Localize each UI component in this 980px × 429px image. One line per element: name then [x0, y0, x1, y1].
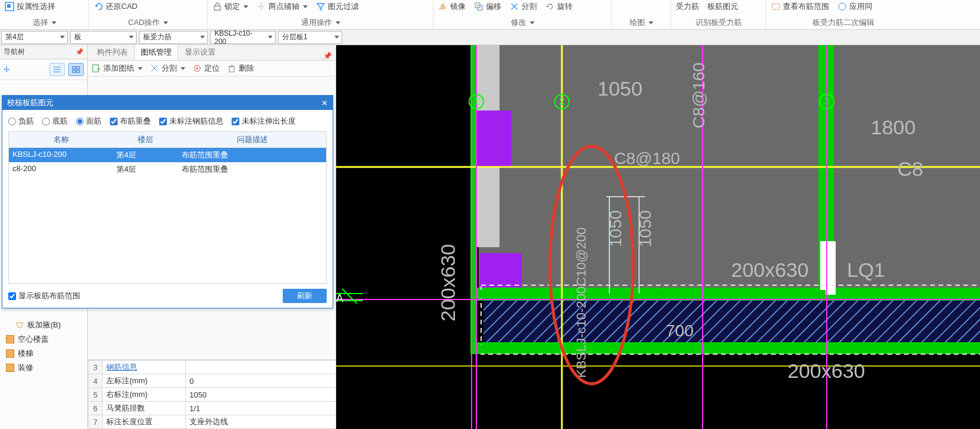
expand-toggle[interactable]: ✢ [4, 65, 10, 74]
svg-rect-48 [655, 290, 663, 298]
nav-item[interactable]: 楼梯 [0, 346, 87, 361]
view-grid-icon[interactable] [68, 63, 84, 76]
close-icon[interactable]: ✕ [321, 99, 328, 108]
prop-row[interactable]: 3钢筋信息 [88, 361, 336, 374]
split-icon [510, 2, 519, 11]
refresh-button[interactable]: 刷新 [283, 289, 327, 303]
svg-rect-12 [72, 67, 75, 69]
undo-icon [94, 2, 103, 11]
btn-split[interactable]: 分割 [510, 1, 537, 12]
table-row[interactable]: KBSLJ-c10-200 第4层 布筋范围重叠 [9, 148, 326, 162]
folder-icon [6, 349, 14, 358]
btn-lock[interactable]: 锁定 [213, 1, 248, 12]
radio-neg[interactable]: 负筋 [8, 116, 34, 127]
nav-item[interactable]: 空心楼盖 [0, 332, 87, 346]
svg-rect-27 [476, 111, 511, 167]
svg-point-19 [197, 68, 198, 70]
svg-point-8 [839, 3, 846, 10]
rotate-icon [545, 2, 555, 11]
chk-noext[interactable]: 未标注伸出长度 [232, 116, 296, 127]
tab-components[interactable]: 构件列表 [90, 44, 134, 60]
prop-row[interactable]: 5右标注(mm)1050 [88, 388, 336, 402]
radio-btm[interactable]: 底筋 [42, 116, 68, 127]
label-kbslj: KBSLJ-c10-200C10@200 [574, 228, 589, 378]
col-name[interactable]: 名称 [9, 132, 113, 147]
pin-icon[interactable]: 📌 [320, 52, 336, 60]
prop-row[interactable]: 7标注长度位置支座外边线 [88, 415, 336, 429]
prop-row[interactable]: 4左标注(mm)0 [88, 374, 336, 388]
btn-mirror[interactable]: 镜像 [438, 1, 466, 12]
funnel-icon [316, 2, 325, 11]
axis-A: A [336, 292, 343, 304]
dd-floor[interactable]: 第4层 [1, 31, 68, 44]
btn-select-by-prop[interactable]: 按属性选择 [5, 1, 55, 12]
range-icon [771, 2, 780, 11]
svg-rect-15 [77, 70, 80, 72]
dd-layer[interactable]: 分层板1 [278, 31, 342, 44]
svg-rect-49 [817, 290, 826, 298]
svg-line-46 [342, 289, 357, 304]
tb-add-drawing[interactable]: +添加图纸 [91, 63, 143, 74]
context-dropdowns: 第4层 板 板受力筋 KBSLJ-c10-200 分层板1 [0, 30, 980, 45]
tb-locate[interactable]: 定位 [192, 63, 220, 74]
property-grid: 3钢筋信息 4左标注(mm)0 5右标注(mm)1050 6马凳筋排数1/1 7… [88, 359, 336, 429]
btn-view-range[interactable]: 查看布筋范围 [771, 1, 829, 12]
btn-apply-same[interactable]: 应用同 [837, 1, 872, 12]
btn-two-point-axis[interactable]: 两点辅轴 [257, 1, 308, 12]
chk-overlap[interactable]: 布筋重叠 [110, 116, 151, 127]
svg-rect-30 [473, 342, 980, 354]
dialog-title: 校核板筋图元 [7, 97, 53, 108]
folder-icon [6, 335, 14, 343]
svg-rect-20 [229, 67, 234, 72]
table-row[interactable]: c8-200 第4层 布筋范围重叠 [9, 162, 326, 176]
nav-item[interactable]: 板加腋(B) [0, 318, 87, 332]
dd-item[interactable]: KBSLJ-c10-200 [210, 31, 276, 44]
list-icon [53, 66, 61, 73]
svg-rect-28 [480, 253, 521, 289]
nav-item[interactable]: 装修 [0, 361, 87, 375]
svg-rect-13 [77, 67, 80, 69]
dd-category[interactable]: 板 [70, 31, 137, 44]
delete-icon [227, 64, 236, 73]
chk-show-range[interactable]: 显示板筋布筋范围 [8, 291, 80, 301]
view-list-icon[interactable] [49, 63, 65, 76]
check-rebar-dialog: 校核板筋图元 ✕ 负筋 底筋 面筋 布筋重叠 未标注钢筋信息 未标注伸出长度 名… [2, 95, 333, 308]
tab-display[interactable]: 显示设置 [178, 44, 222, 60]
tabs: 构件列表 图纸管理 显示设置 📌 [88, 45, 336, 61]
radio-top[interactable]: 面筋 [76, 116, 102, 127]
btn-rotate[interactable]: 旋转 [545, 1, 573, 12]
prop-row[interactable]: 6马凳筋排数1/1 [88, 402, 336, 415]
dim-1050b: 1050 [636, 210, 655, 247]
dim-1800: 1800 [871, 116, 916, 138]
btn-filter[interactable]: 图元过滤 [316, 1, 359, 12]
col-desc[interactable]: 问题描述 [178, 132, 326, 147]
btn-force-rebar[interactable]: 受力筋 [676, 1, 699, 12]
pin-icon[interactable]: 📌 [75, 48, 84, 56]
tb-delete[interactable]: 删除 [227, 63, 254, 74]
locate-icon [192, 64, 202, 73]
apply-icon [837, 2, 847, 11]
label-lq1: LQ1 [847, 258, 885, 281]
lock-icon [213, 2, 222, 11]
svg-rect-50 [479, 345, 487, 354]
dd-type[interactable]: 板受力筋 [139, 31, 208, 44]
drawing-toolbar: +添加图纸 分割 定位 删除 [88, 61, 336, 77]
cad-canvas[interactable]: 1050 1050 1 2 3 〈 A C8@180 C8@160 200x63… [336, 45, 980, 429]
svg-rect-2 [214, 6, 220, 10]
nav-header: 导航树📌 [0, 45, 87, 59]
ribbon: 按属性选择 选择 还原CAD CAD操作 锁定 两点辅轴 图元过滤 通用操作 镜… [0, 0, 980, 30]
label-c8-180: C8@180 [614, 149, 680, 168]
btn-offset[interactable]: 偏移 [474, 1, 501, 12]
chk-nosteel[interactable]: 未标注钢筋信息 [159, 116, 223, 127]
tab-drawing-mgmt[interactable]: 图纸管理 [134, 44, 178, 60]
svg-rect-29 [473, 288, 980, 301]
grid-icon [72, 66, 80, 73]
axis-icon [257, 2, 266, 11]
axis-3: 3 [824, 96, 830, 106]
col-floor[interactable]: 楼层 [113, 132, 178, 147]
btn-slab-rebar-elem[interactable]: 板筋图元 [707, 1, 738, 12]
issues-table: 名称 楼层 问题描述 KBSLJ-c10-200 第4层 布筋范围重叠 c8-2… [8, 131, 327, 284]
label-200x630-c: 200x630 [788, 359, 865, 382]
btn-restore-cad[interactable]: 还原CAD [94, 1, 137, 12]
tb-split[interactable]: 分割 [150, 63, 185, 74]
